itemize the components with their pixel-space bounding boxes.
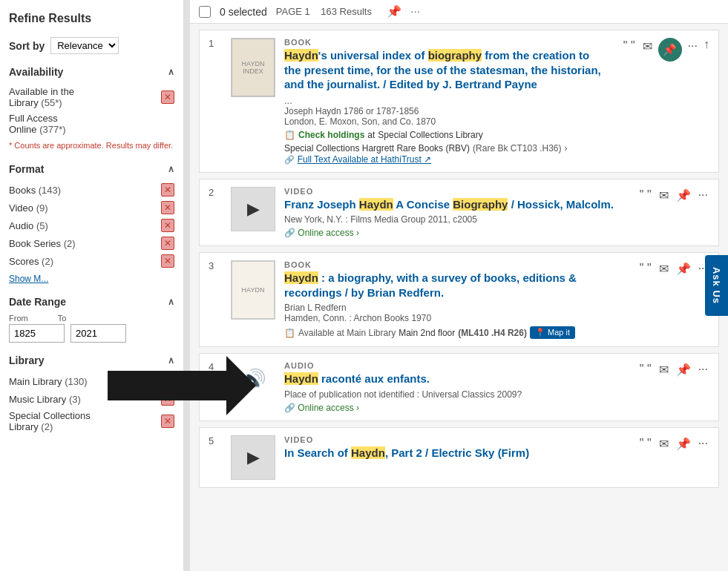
availability-section-header[interactable]: Availability ∧ (9, 66, 174, 78)
result-holdings-3: 📋 Available at Main Library Main 2nd flo… (284, 326, 623, 339)
result-thumb-1: HAYDNINDEX (231, 38, 275, 97)
select-all-checkbox[interactable] (199, 6, 211, 18)
from-label: From (9, 314, 28, 323)
result-card-4: 4 🔊 AUDIO Haydn raconté aux enfants. Pla… (199, 353, 719, 421)
filter-scores-label: Scores (2) (9, 256, 53, 267)
check-holdings-1[interactable]: Check holdings (298, 130, 364, 140)
result-card-inner-4: 4 🔊 AUDIO Haydn raconté aux enfants. Pla… (209, 361, 709, 413)
more-button-1[interactable]: ··· (686, 38, 699, 54)
more-options-button[interactable]: ··· (410, 5, 420, 19)
sort-row: Sort by Relevance Date Author Title (9, 37, 174, 54)
format-section-header[interactable]: Format ∧ (9, 163, 174, 175)
more-button-2[interactable]: ··· (697, 187, 709, 203)
library-chevron: ∧ (168, 355, 174, 366)
quote-button-4[interactable]: " " (638, 361, 653, 377)
sort-select[interactable]: Relevance Date Author Title (50, 37, 119, 54)
email-button-3[interactable]: ✉ (658, 260, 670, 277)
more-button-4[interactable]: ··· (697, 361, 709, 377)
result-ellipsis-1: ... (284, 95, 607, 106)
email-button-5[interactable]: ✉ (658, 435, 670, 452)
remove-available-library[interactable]: ✕ (161, 90, 174, 104)
map-button-3[interactable]: 📍 Map it (530, 326, 575, 339)
special-collections-link-1[interactable]: Special Collections Library (378, 130, 482, 140)
result-body-4: AUDIO Haydn raconté aux enfants. Place o… (284, 361, 623, 413)
result-number-1: 1 (209, 38, 222, 165)
pin-button-2[interactable]: 📌 (675, 187, 692, 204)
result-body-3: BOOK Haydn : a biography, with a survey … (284, 260, 623, 339)
quote-button-5[interactable]: " " (638, 435, 653, 452)
result-card-2: 2 ▶ VIDEO Franz Joseph Haydn A Concise B… (199, 179, 719, 247)
remove-video[interactable]: ✕ (161, 201, 174, 214)
result-number-2: 2 (209, 187, 222, 239)
filter-music-library: Music Library (3) ✕ (9, 390, 174, 408)
resize-divider[interactable] (184, 0, 190, 571)
remove-book-series[interactable]: ✕ (161, 237, 174, 250)
date-range-section-header[interactable]: Date Range ∧ (9, 296, 174, 308)
hargrett-link-1[interactable]: Special Collections Hargrett Rare Books … (284, 143, 470, 154)
result-title-5[interactable]: In Search of Haydn, Part 2 / Electric Sk… (284, 446, 623, 461)
hathi-link-1[interactable]: Full Text Available at HathiTrust ↗ (298, 154, 432, 165)
email-button-2[interactable]: ✉ (658, 187, 670, 204)
result-title-4[interactable]: Haydn raconté aux enfants. (284, 372, 623, 386)
pin-page-button[interactable]: 📌 (387, 4, 401, 19)
result-card-inner-5: 5 ▶ VIDEO In Search of Haydn, Part 2 / E… (209, 435, 709, 480)
hathi-icon-1: 🔗 (284, 155, 295, 164)
email-button-4[interactable]: ✉ (658, 361, 670, 378)
to-date-input[interactable] (70, 324, 126, 343)
remove-main-library[interactable]: ✕ (161, 374, 174, 388)
scroll-up-button-1[interactable]: ↑ (704, 38, 709, 51)
library-section-header[interactable]: Library ∧ (9, 354, 174, 366)
result-number-3: 3 (209, 260, 222, 339)
quote-button-2[interactable]: " " (638, 187, 653, 203)
format-label: Format (9, 163, 44, 175)
result-card-5: 5 ▶ VIDEO In Search of Haydn, Part 2 / E… (199, 427, 719, 488)
result-card-inner-1: 1 HAYDNINDEX BOOK Haydn's universal inde… (209, 38, 709, 165)
filter-item-available-library: Available in theLibrary (55*) ✕ (9, 84, 174, 110)
to-label: To (58, 314, 67, 323)
filter-special-collections: Special CollectionsLibrary (2) ✕ (9, 408, 174, 435)
remove-audio[interactable]: ✕ (161, 219, 174, 232)
filter-books: Books (143) ✕ (9, 181, 174, 199)
pin-button-4[interactable]: 📌 (675, 361, 692, 378)
result-title-1[interactable]: Haydn's universal index of biography fro… (284, 48, 607, 92)
holdings-arrow-1[interactable]: › (564, 143, 567, 154)
floor-text-3: Main 2nd floor (399, 328, 455, 338)
result-title-3[interactable]: Haydn : a biography, with a survey of bo… (284, 271, 623, 300)
ask-us-button[interactable]: Ask Us (705, 255, 728, 316)
remove-books[interactable]: ✕ (161, 183, 174, 197)
result-title-2[interactable]: Franz Joseph Haydn A Concise Biography /… (284, 197, 623, 212)
library-filters: Main Library (130) ✕ Music Library (3) ✕… (9, 372, 174, 435)
result-pub-3: Hamden, Conn. : Archon Books 1970 (284, 313, 623, 323)
result-number-5: 5 (209, 435, 222, 480)
filter-book-series: Book Series (2) ✕ (9, 234, 174, 252)
online-access-link-2[interactable]: 🔗 Online access › (284, 228, 359, 238)
remove-scores[interactable]: ✕ (161, 254, 174, 268)
availability-chevron: ∧ (168, 67, 174, 77)
filter-audio-label: Audio (5) (9, 220, 48, 231)
result-type-5: VIDEO (284, 435, 623, 444)
online-access-link-4[interactable]: 🔗 Online access › (284, 403, 359, 413)
result-thumb-4: 🔊 (231, 361, 275, 398)
result-body-5: VIDEO In Search of Haydn, Part 2 / Elect… (284, 435, 623, 480)
library-label: Library (9, 354, 44, 366)
pin-button-5[interactable]: 📌 (675, 435, 692, 452)
filter-video-label: Video (9) (9, 202, 48, 214)
show-more-format[interactable]: Show M... (9, 274, 48, 284)
date-range-labels: From To (9, 314, 174, 323)
quote-button-1[interactable]: " " (622, 38, 637, 54)
result-body-1: BOOK Haydn's universal index of biograph… (284, 38, 607, 165)
more-button-5[interactable]: ··· (697, 435, 709, 452)
quote-button-3[interactable]: " " (638, 260, 653, 277)
email-button-1[interactable]: ✉ (641, 38, 654, 55)
result-card-1: 1 HAYDNINDEX BOOK Haydn's universal inde… (199, 30, 719, 173)
result-card-inner-2: 2 ▶ VIDEO Franz Joseph Haydn A Concise B… (209, 187, 709, 239)
result-thumb-3: HAYDN (231, 260, 275, 320)
remove-special-collections[interactable]: ✕ (161, 415, 174, 428)
online-access-4: 🔗 Online access › (284, 400, 623, 413)
availability-label: Availability (9, 66, 63, 78)
pin-active-button-1[interactable]: 📌 (658, 38, 682, 62)
remove-music-library[interactable]: ✕ (161, 392, 174, 406)
pin-button-3[interactable]: 📌 (675, 260, 692, 277)
filter-books-label: Books (143) (9, 185, 61, 196)
from-date-input[interactable] (9, 324, 65, 343)
